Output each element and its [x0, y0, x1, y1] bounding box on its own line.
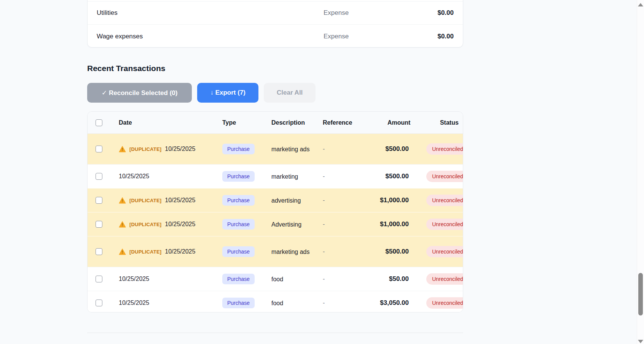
app-viewport: Utilities Expense $0.00 Wage expenses Ex… [0, 0, 644, 344]
transaction-amount: $500.00 [351, 236, 413, 267]
status-badge: Unreconciled [426, 171, 463, 182]
account-amount: $0.00 [437, 33, 454, 40]
transaction-reference: - [315, 236, 351, 267]
row-checkbox[interactable] [96, 221, 102, 228]
table-row: ! 10/25/2025 Purchase marketing - $500.0… [88, 164, 463, 188]
transaction-reference: - [315, 189, 351, 212]
table-row: ! 10/25/2025 Purchase food - $3,050.00 U… [88, 291, 463, 312]
transaction-reference: - [315, 165, 351, 188]
transactions-toolbar: ✓ Reconcile Selected (0) ↓ Export (7) Cl… [87, 83, 316, 103]
warning-icon: ! [119, 146, 126, 152]
transaction-reference: - [315, 212, 351, 236]
duplicate-flag: [DUPLICATE] [129, 198, 161, 203]
scroll-up-button[interactable] [638, 3, 643, 6]
table-row: ! [DUPLICATE] 10/25/2025 Purchase advert… [88, 188, 463, 212]
status-badge: Unreconciled [426, 195, 463, 206]
column-header-description: Description [268, 112, 315, 133]
table-row: ! [DUPLICATE] 10/25/2025 Purchase market… [88, 236, 463, 267]
scroll-down-button[interactable] [638, 340, 643, 343]
status-badge: Unreconciled [426, 297, 463, 309]
column-header-reference: Reference [315, 112, 352, 133]
type-badge: Purchase [222, 298, 255, 308]
account-name: Utilities [97, 9, 324, 17]
transaction-amount: $500.00 [351, 134, 413, 164]
row-checkbox[interactable] [96, 173, 102, 180]
transaction-amount: $500.00 [351, 165, 413, 188]
type-badge: Purchase [222, 195, 255, 206]
transaction-reference: - [315, 267, 351, 291]
table-body: ! [DUPLICATE] 10/25/2025 Purchase market… [88, 134, 463, 312]
transaction-date: 10/25/2025 [119, 276, 149, 282]
status-badge: Unreconciled [426, 273, 463, 285]
transaction-date: 10/25/2025 [165, 146, 195, 152]
column-header-date: Date [111, 112, 222, 133]
transaction-date: 10/25/2025 [165, 221, 195, 228]
transaction-description: Advertising [268, 212, 315, 236]
export-button[interactable]: ↓ Export (7) [197, 83, 258, 103]
type-badge: Purchase [222, 144, 255, 154]
account-row-wage-expenses: Wage expenses Expense $0.00 [88, 25, 463, 48]
duplicate-flag: [DUPLICATE] [129, 146, 161, 152]
transaction-description: marketing ads [268, 236, 315, 267]
account-amount: $0.00 [437, 9, 454, 17]
row-checkbox[interactable] [96, 248, 102, 255]
type-badge: Purchase [222, 219, 255, 230]
account-row-utilities: Utilities Expense $0.00 [88, 2, 463, 25]
clear-all-button[interactable]: Clear All [264, 83, 316, 103]
transaction-description: marketing ads [268, 134, 315, 164]
scrollbar-thumb[interactable] [638, 273, 643, 315]
transaction-date: 10/25/2025 [119, 173, 149, 180]
transaction-amount: $1,000.00 [351, 189, 413, 212]
transaction-description: food [268, 267, 315, 291]
reconcile-selected-button[interactable]: ✓ Reconcile Selected (0) [87, 83, 192, 103]
row-checkbox[interactable] [96, 197, 102, 204]
account-type: Expense [324, 9, 437, 17]
transactions-table: Date Type Description Reference Amount S… [87, 111, 463, 312]
transaction-reference: - [315, 291, 351, 312]
status-badge: Unreconciled [426, 246, 463, 257]
row-checkbox[interactable] [96, 276, 102, 282]
column-header-status: Status [415, 112, 463, 133]
table-row: ! [DUPLICATE] 10/25/2025 Purchase Advert… [88, 212, 463, 236]
transaction-date: 10/25/2025 [165, 248, 195, 255]
table-row: ! [DUPLICATE] 10/25/2025 Purchase market… [88, 134, 463, 164]
row-checkbox[interactable] [96, 146, 102, 152]
table-header-row: Date Type Description Reference Amount S… [88, 112, 463, 134]
transaction-amount: $1,000.00 [351, 212, 413, 236]
scrollbar-track[interactable] [637, 0, 644, 344]
accounts-card: Utilities Expense $0.00 Wage expenses Ex… [87, 0, 463, 48]
transaction-date: 10/25/2025 [165, 197, 195, 204]
warning-icon: ! [119, 249, 126, 255]
page-title: Recent Transactions [87, 64, 165, 73]
row-checkbox[interactable] [96, 300, 102, 306]
account-type: Expense [324, 33, 437, 40]
transaction-description: food [268, 291, 315, 312]
transaction-description: marketing [268, 165, 315, 188]
column-header-amount: Amount [352, 112, 415, 133]
transaction-date: 10/25/2025 [119, 300, 149, 306]
transaction-amount: $3,050.00 [351, 291, 413, 312]
transaction-description: advertising [268, 189, 315, 212]
column-header-type: Type [222, 112, 268, 133]
duplicate-flag: [DUPLICATE] [129, 222, 161, 227]
warning-icon: ! [119, 197, 126, 204]
section-divider [87, 333, 463, 333]
status-badge: Unreconciled [426, 219, 463, 230]
select-all-checkbox[interactable] [96, 119, 102, 126]
type-badge: Purchase [222, 171, 255, 182]
transaction-amount: $50.00 [351, 267, 413, 291]
duplicate-flag: [DUPLICATE] [129, 249, 161, 255]
type-badge: Purchase [222, 246, 255, 257]
account-name: Wage expenses [97, 33, 324, 40]
warning-icon: ! [119, 221, 126, 228]
type-badge: Purchase [222, 274, 255, 284]
transaction-reference: - [315, 134, 351, 164]
status-badge: Unreconciled [426, 143, 463, 155]
table-row: ! 10/25/2025 Purchase food - $50.00 Unre… [88, 267, 463, 291]
